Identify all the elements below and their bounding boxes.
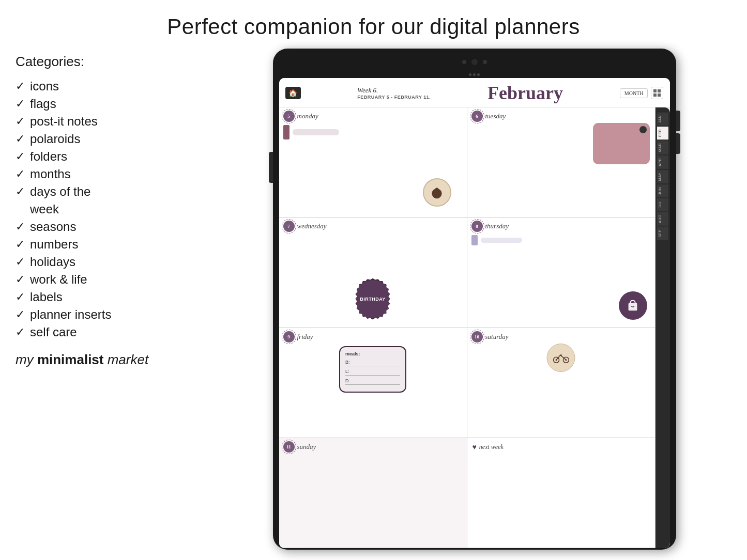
item-label: work & life xyxy=(30,272,87,287)
checkmark-icon: ✓ xyxy=(16,132,25,146)
side-tab-mar[interactable]: MAR xyxy=(657,141,668,154)
list-item: ✓ days of the xyxy=(16,184,202,199)
dot-1 xyxy=(469,73,471,76)
brand-suffix: market xyxy=(103,352,148,367)
tablet-device: 🏠 Week 6. FEBRUARY 5 - FEBRUARY 11. Febr… xyxy=(273,49,676,550)
day-header: 7 wednesday xyxy=(283,221,463,232)
day-name: wednesday xyxy=(297,222,327,230)
list-item: ✓ numbers xyxy=(16,237,202,252)
svg-rect-1 xyxy=(658,89,661,92)
list-item: ✓ labels xyxy=(16,290,202,304)
volume-down-button xyxy=(676,133,680,154)
list-item: ✓ flags xyxy=(16,97,202,111)
app-icon[interactable]: 🏠 xyxy=(285,87,301,99)
categories-title: Categories: xyxy=(16,54,202,70)
camera-left xyxy=(462,60,466,64)
month-title: February xyxy=(487,82,563,104)
note-sticker xyxy=(283,125,463,139)
dot-2 xyxy=(473,73,476,76)
item-label: polaroids xyxy=(30,132,80,146)
meal-d-label: D: xyxy=(345,378,350,383)
day-number: 10 xyxy=(475,334,479,339)
checkmark-icon: ✓ xyxy=(16,115,25,128)
day-cell-wednesday: 7 wednesday BIRTHDAY xyxy=(279,217,467,328)
svg-point-9 xyxy=(555,359,557,361)
list-item: ✓ months xyxy=(16,167,202,181)
side-tab-feb[interactable]: FEB xyxy=(657,127,668,139)
item-label: days of the xyxy=(30,184,90,199)
bag-icon xyxy=(626,298,640,313)
day-number: 7 xyxy=(287,224,290,229)
day-number: 8 xyxy=(476,224,478,229)
day-name: thursday xyxy=(485,222,509,230)
day-header: 6 tuesday xyxy=(471,111,651,122)
day-header: 10 saturday xyxy=(471,331,651,343)
day-name: tuesday xyxy=(485,112,506,120)
side-tab-sep[interactable]: SEP xyxy=(657,227,668,240)
day-cell-saturday: 10 saturday xyxy=(467,328,655,438)
svg-point-10 xyxy=(565,359,567,361)
month-button[interactable]: MONTH xyxy=(620,88,648,98)
side-tab-may[interactable]: MAY xyxy=(657,170,668,183)
tablet-top-bar xyxy=(279,55,670,69)
checkmark-icon: ✓ xyxy=(16,238,25,251)
meal-l-label: L: xyxy=(345,369,349,374)
checkmark-icon: ✓ xyxy=(16,185,25,198)
heart-icon: ♥ xyxy=(472,443,477,452)
day-badge: 11 xyxy=(283,441,295,453)
camera-center xyxy=(471,59,478,65)
day-cell-thursday: 8 thursday xyxy=(467,217,655,328)
brand-footer: my minimalist market xyxy=(16,352,202,368)
list-item: ✓ holidays xyxy=(16,255,202,269)
category-list: ✓ icons ✓ flags ✓ post-it notes ✓ polaro… xyxy=(16,79,202,339)
note-block xyxy=(283,125,289,139)
side-tab-jan[interactable]: JAN xyxy=(657,113,668,126)
day-badge: 7 xyxy=(283,221,295,232)
day-badge: 9 xyxy=(283,331,295,343)
day-number: 5 xyxy=(287,114,290,119)
planner-header: 🏠 Week 6. FEBRUARY 5 - FEBRUARY 11. Febr… xyxy=(279,78,670,107)
week-number: Week 6. xyxy=(357,86,431,95)
checkmark-icon: ✓ xyxy=(16,167,25,181)
item-label: months xyxy=(30,167,71,181)
day-cell-friday: 9 friday meals: B: xyxy=(279,328,467,438)
day-badge: 10 xyxy=(471,331,483,343)
tablet-volume-buttons xyxy=(676,111,680,154)
side-tab-jul[interactable]: JUL xyxy=(657,198,668,211)
grid-button[interactable] xyxy=(651,87,663,99)
food-sticker xyxy=(423,178,451,207)
day-cell-next-week: ♥ next week xyxy=(467,438,655,548)
day-header: 9 friday xyxy=(283,331,463,343)
meal-b-label: B: xyxy=(345,360,350,365)
svg-rect-2 xyxy=(653,94,657,97)
meal-l-line: L: xyxy=(345,369,400,376)
day-cell-monday: 5 monday xyxy=(279,107,467,217)
side-tab-apr[interactable]: APR xyxy=(657,155,668,169)
dot-3 xyxy=(477,73,480,76)
item-label: self care xyxy=(30,325,77,339)
item-label: icons xyxy=(30,79,59,94)
list-item: ✓ planner inserts xyxy=(16,307,202,322)
checkmark-icon: ✓ xyxy=(16,325,25,339)
polaroid-hole xyxy=(639,126,647,133)
day-badge: 8 xyxy=(471,221,483,232)
note-line xyxy=(481,238,522,243)
day-name: friday xyxy=(297,333,313,341)
note-sticker-2 xyxy=(471,235,651,245)
main-content: Categories: ✓ icons ✓ flags ✓ post-it no… xyxy=(0,49,747,560)
planner-grid: 5 monday xyxy=(279,107,655,548)
day-number: 9 xyxy=(287,334,290,339)
brand-name: minimalist xyxy=(37,352,104,367)
item-label: numbers xyxy=(30,237,78,252)
svg-point-5 xyxy=(435,188,438,191)
checkmark-icon: ✓ xyxy=(16,290,25,304)
day-header: 8 thursday xyxy=(471,221,651,232)
side-tab-jun[interactable]: JUN xyxy=(657,184,668,197)
checkmark-icon: ✓ xyxy=(16,150,25,163)
svg-rect-3 xyxy=(658,94,661,97)
bag-sticker xyxy=(619,291,647,320)
month-side-tabs: JAN FEB MAR APR MAY JUN JUL AUG SEP xyxy=(655,107,670,548)
week-dates: FEBRUARY 5 - FEBRUARY 11. xyxy=(357,95,431,100)
tablet-screen: 🏠 Week 6. FEBRUARY 5 - FEBRUARY 11. Febr… xyxy=(279,78,670,548)
side-tab-aug[interactable]: AUG xyxy=(657,212,668,226)
